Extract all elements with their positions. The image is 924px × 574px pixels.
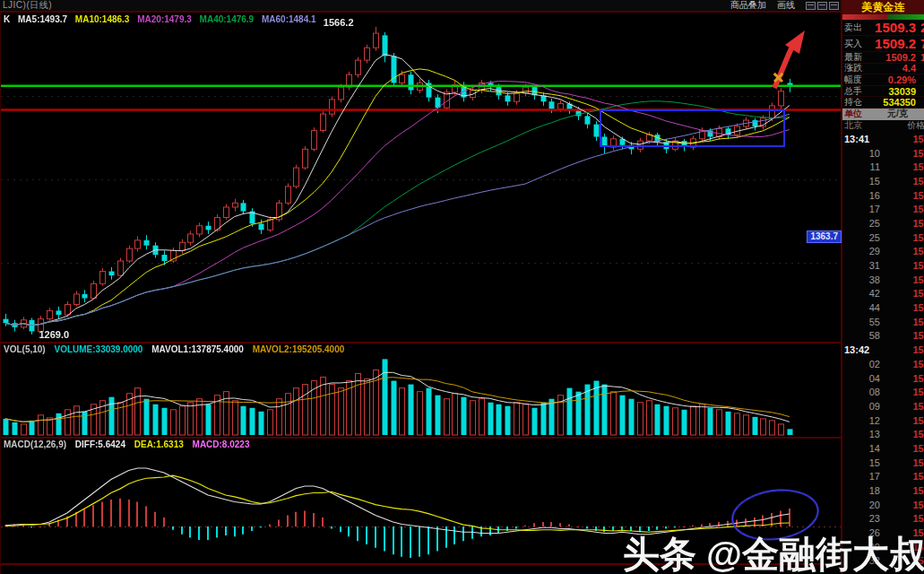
- tick-row: 181509.: [842, 483, 924, 498]
- tick-price: 1509.: [880, 485, 924, 496]
- draw-line-button[interactable]: 画线: [777, 0, 795, 12]
- tick-time: 08: [842, 387, 880, 397]
- ma60-value: MA60:1484.1: [262, 14, 316, 24]
- overlay-product-button[interactable]: 商品叠加: [730, 0, 766, 12]
- tick-price: 1509.: [880, 204, 924, 214]
- tick-time: 42: [842, 288, 880, 299]
- tick-time: 55: [842, 317, 880, 327]
- tick-price: 1509.: [880, 457, 924, 468]
- tick-time: 17: [842, 471, 880, 482]
- ma40-value: MA40:1476.9: [200, 14, 255, 24]
- ma-indicator-header: K MA5:1493.7 MA10:1486.3 MA20:1479.3 MA4…: [4, 14, 322, 24]
- macd-value: MACD:8.0223: [193, 439, 250, 449]
- tick-price: 1509.: [880, 373, 924, 384]
- tick-price: 1509.: [880, 513, 924, 524]
- tick-time: 25: [842, 218, 880, 229]
- tick-row: 291509.: [842, 244, 924, 258]
- tick-row: 121509.: [842, 413, 924, 428]
- tick-time: 09: [842, 401, 880, 412]
- quote-row-买入: 买入1509.27: [842, 36, 924, 52]
- volume-indicator-header: VOL(5,10) VOLUME:33039.0000 MAVOL1:13787…: [4, 344, 350, 354]
- tick-time: 15: [842, 176, 880, 187]
- tick-time: 25: [842, 232, 880, 243]
- quote-value: 534350: [871, 97, 916, 108]
- candlestick-chart-canvas[interactable]: [1, 13, 842, 342]
- tick-time: 10: [842, 148, 880, 159]
- top-toolbar: LJIC)(日线) 商品叠加 画线: [0, 0, 841, 13]
- tick-time: 13:41: [842, 134, 880, 144]
- quote-clipped-column: 1: [916, 52, 924, 63]
- tick-row: 13:411509.: [842, 132, 924, 146]
- layout-icons: [806, 2, 839, 10]
- tick-row: 231509.: [842, 512, 924, 526]
- volume-value: VOLUME:33039.0000: [54, 344, 142, 354]
- tick-time: 14: [842, 443, 880, 454]
- quote-value: 0.29%: [871, 74, 916, 85]
- diff-value: DIFF:5.6424: [75, 439, 125, 449]
- tick-row: 101509.: [842, 146, 924, 161]
- ma5-value: MA5:1493.7: [18, 14, 67, 24]
- price-pane[interactable]: K MA5:1493.7 MA10:1486.3 MA20:1479.3 MA4…: [1, 13, 842, 342]
- tick-price: 1509.: [880, 260, 924, 271]
- peak-price-label: 1566.2: [324, 17, 354, 28]
- tick-price: 1509.: [880, 471, 924, 482]
- tick-price: 1509.: [880, 302, 924, 313]
- tick-price: 1509.: [880, 317, 924, 327]
- layout-single-icon[interactable]: [806, 2, 816, 10]
- tick-price: 1509.: [880, 500, 924, 510]
- tick-price: 1509.: [880, 415, 924, 426]
- tick-list[interactable]: 13:411509.101509.111509.151509.161509.17…: [842, 132, 924, 568]
- tick-row: 171509.: [842, 202, 924, 216]
- tick-row: 081509.: [842, 385, 924, 399]
- tick-list-header: 北京 价格: [842, 120, 924, 132]
- tick-row: 021509.: [842, 357, 924, 371]
- tick-price: 1509.: [880, 359, 924, 370]
- layout-split-icon[interactable]: [817, 2, 827, 10]
- tick-time: 04: [842, 373, 880, 384]
- macd-indicator-header: MACD(12,26,9) DIFF:5.6424 DEA:1.6313 MAC…: [4, 439, 255, 449]
- tick-row: 311509.: [842, 258, 924, 273]
- tick-row: 13:421509.: [842, 343, 924, 357]
- price-volume-divider: [1, 342, 842, 344]
- quote-list: 卖出1509.32买入1509.27最新1509.21涨跌4.4幅度0.29%总…: [842, 20, 924, 109]
- tick-price: 1509.: [880, 288, 924, 299]
- tick-row: 251509.: [842, 230, 924, 245]
- breakout-cross-marker: [773, 72, 784, 83]
- vol-name: VOL(5,10): [4, 344, 46, 354]
- tick-row: 201509.: [842, 498, 924, 512]
- tick-row: 441509.: [842, 300, 924, 315]
- tick-price: 1509.: [880, 401, 924, 412]
- layout-grid-icon[interactable]: [829, 2, 839, 10]
- tick-time: 23: [842, 513, 880, 524]
- tick-time: 44: [842, 302, 880, 313]
- ma10-value: MA10:1486.3: [75, 14, 130, 24]
- tick-price: 1509.: [880, 274, 924, 285]
- tick-price: 1509.: [880, 190, 924, 201]
- tick-time: 16: [842, 190, 880, 201]
- quote-row-卖出: 卖出1509.32: [842, 20, 924, 36]
- tick-row: 091509.: [842, 399, 924, 413]
- volume-chart-canvas[interactable]: [1, 354, 842, 436]
- tick-row: 131509.: [842, 427, 924, 441]
- tick-time: 17: [842, 204, 880, 214]
- tick-header-time: 北京: [842, 119, 862, 132]
- tick-row: 421509.: [842, 287, 924, 301]
- quote-label: 买入: [842, 38, 871, 50]
- chart-region[interactable]: K MA5:1493.7 MA10:1486.3 MA20:1479.3 MA4…: [0, 13, 841, 574]
- quote-value: 1509.2: [871, 52, 916, 63]
- unit-label: 单位: [842, 108, 871, 120]
- tick-time: 12: [842, 415, 880, 426]
- tick-time: 18: [842, 485, 880, 496]
- mavol1-value: MAVOL1:137875.4000: [151, 344, 244, 354]
- tick-time: 11: [842, 161, 880, 172]
- tick-time: 31: [842, 260, 880, 271]
- tick-price: 1509.: [880, 429, 924, 439]
- tick-time: 13: [842, 429, 880, 439]
- tick-price: 1509.: [880, 344, 924, 355]
- tick-row: 151509.: [842, 174, 924, 188]
- tick-time: 29: [842, 246, 880, 257]
- tick-time: 13:42: [842, 344, 880, 355]
- unit-value: 元/克: [871, 108, 924, 120]
- tick-row: 581509.: [842, 329, 924, 344]
- quote-value: 33039: [871, 86, 916, 97]
